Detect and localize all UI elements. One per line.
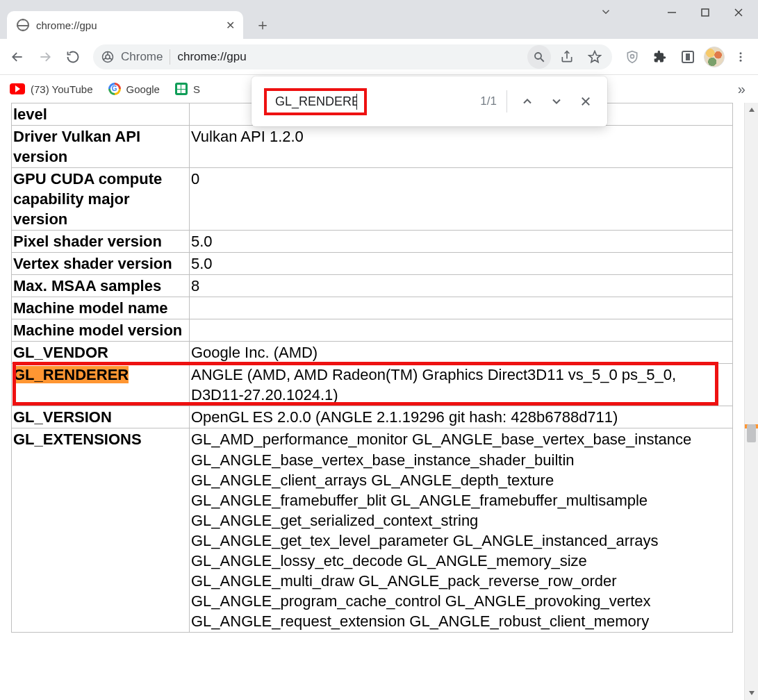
find-next-button[interactable] (542, 87, 571, 116)
tab-close-icon[interactable]: ✕ (226, 19, 235, 32)
table-value: 5.0 (190, 253, 733, 275)
table-key: Max. MSAA samples (12, 275, 190, 297)
scroll-up-arrow[interactable] (745, 103, 758, 117)
find-separator (506, 90, 507, 112)
table-row: Max. MSAA samples8 (12, 275, 733, 297)
svg-point-17 (740, 56, 742, 58)
toolbar: Chrome chrome://gpu (0, 39, 758, 75)
new-tab-button[interactable]: ＋ (250, 12, 275, 38)
window-maximize-button[interactable] (689, 3, 722, 22)
table-key: GL_EXTENSIONS (12, 428, 190, 632)
bookmark-google[interactable]: Google (108, 83, 160, 95)
table-value (190, 319, 733, 342)
table-value: ANGLE (AMD, AMD Radeon(TM) Graphics Dire… (190, 364, 733, 406)
find-in-page-bar: 1/1 (252, 76, 607, 126)
omnibox-separator (170, 49, 170, 65)
table-value: Google Inc. (AMD) (190, 342, 733, 364)
share-icon[interactable] (555, 45, 579, 69)
find-input[interactable] (274, 94, 357, 110)
table-row: Pixel shader version5.0 (12, 231, 733, 253)
bookmark-sheets[interactable]: S (175, 83, 200, 95)
table-key: Machine model version (12, 319, 190, 342)
find-indicator-icon[interactable] (527, 45, 551, 69)
bookmark-label: S (193, 83, 200, 95)
browser-tab[interactable]: chrome://gpu ✕ (7, 11, 243, 39)
bookmark-label: Google (126, 83, 160, 95)
table-key: GL_VERSION (12, 406, 190, 428)
bookmark-label: (73) YouTube (31, 83, 93, 95)
table-key: GPU CUDA compute capability major versio… (12, 168, 190, 231)
extensions-puzzle-icon[interactable] (648, 45, 672, 69)
tab-title: chrome://gpu (36, 19, 219, 31)
find-prev-button[interactable] (513, 87, 542, 116)
google-icon (108, 83, 121, 95)
table-key: Driver Vulkan API version (12, 126, 190, 168)
table-key: Vertex shader version (12, 253, 190, 275)
table-row: GL_VERSIONOpenGL ES 2.0.0 (ANGLE 2.1.192… (12, 406, 733, 428)
svg-point-16 (740, 52, 742, 54)
table-value: GL_AMD_performance_monitor GL_ANGLE_base… (190, 428, 733, 632)
table-row: Machine model name (12, 297, 733, 319)
chrome-icon (101, 51, 114, 63)
table-row: Vertex shader version5.0 (12, 253, 733, 275)
titlebar: chrome://gpu ✕ ＋ (0, 0, 758, 39)
svg-marker-21 (749, 108, 755, 112)
svg-line-9 (104, 58, 106, 59)
table-row: GPU CUDA compute capability major versio… (12, 168, 733, 231)
svg-rect-1 (702, 9, 709, 16)
youtube-icon (10, 83, 25, 94)
bookmark-star-icon[interactable] (583, 45, 607, 69)
sidepanel-icon[interactable] (676, 45, 700, 69)
site-info-label: Chrome (121, 50, 163, 64)
svg-line-12 (541, 58, 544, 62)
chrome-menu-icon[interactable] (729, 45, 752, 69)
vertical-scrollbar[interactable] (744, 103, 758, 700)
globe-icon (17, 19, 29, 31)
nav-back-button[interactable] (6, 45, 29, 69)
tab-search-icon[interactable] (600, 6, 612, 18)
bookmark-youtube[interactable]: (73) YouTube (10, 83, 93, 95)
table-row: GL_EXTENSIONSGL_AMD_performance_monitor … (12, 428, 733, 632)
window-close-button[interactable] (722, 3, 755, 22)
scroll-down-arrow[interactable] (745, 686, 758, 700)
table-row: Machine model version (12, 319, 733, 342)
table-row: GL_RENDERERANGLE (AMD, AMD Radeon(TM) Gr… (12, 364, 733, 406)
table-value: 8 (190, 275, 733, 297)
nav-forward-button[interactable] (33, 45, 57, 69)
table-value (190, 297, 733, 319)
address-bar[interactable]: Chrome chrome://gpu (93, 44, 612, 69)
window-controls (655, 3, 755, 22)
site-info[interactable]: Chrome (101, 50, 163, 64)
table-value: 0 (190, 168, 733, 231)
scrollbar-track[interactable] (745, 117, 758, 686)
svg-point-11 (535, 53, 541, 59)
table-key: GL_RENDERER (12, 364, 190, 406)
find-match-count: 1/1 (480, 94, 497, 108)
table-row: GL_VENDORGoogle Inc. (AMD) (12, 342, 733, 364)
table-key: GL_VENDOR (12, 342, 190, 364)
gpu-info-table: levelDriver Vulkan API versionVulkan API… (11, 103, 733, 633)
svg-marker-22 (749, 691, 755, 695)
table-value: Vulkan API 1.2.0 (190, 126, 733, 168)
table-value: OpenGL ES 2.0.0 (ANGLE 2.1.19296 git has… (190, 406, 733, 428)
table-row: Driver Vulkan API versionVulkan API 1.2.… (12, 126, 733, 168)
window-minimize-button[interactable] (655, 3, 689, 22)
table-key: Pixel shader version (12, 231, 190, 253)
table-key: Machine model name (12, 297, 190, 319)
svg-point-15 (631, 54, 634, 58)
sheets-icon (175, 83, 188, 95)
page-content: levelDriver Vulkan API versionVulkan API… (0, 103, 744, 700)
extension-shield-icon[interactable] (620, 45, 644, 69)
svg-point-18 (740, 59, 742, 61)
find-close-button[interactable] (571, 87, 600, 116)
scrollbar-thumb[interactable] (747, 424, 756, 442)
reload-button[interactable] (61, 45, 85, 69)
table-key: level (12, 103, 190, 126)
bookmarks-overflow-icon[interactable]: » (738, 81, 748, 97)
url-text: chrome://gpu (177, 50, 246, 64)
table-value: 5.0 (190, 231, 733, 253)
svg-line-10 (109, 58, 112, 59)
profile-avatar[interactable] (704, 47, 725, 67)
find-input-highlight (264, 88, 367, 115)
svg-marker-14 (589, 51, 601, 62)
